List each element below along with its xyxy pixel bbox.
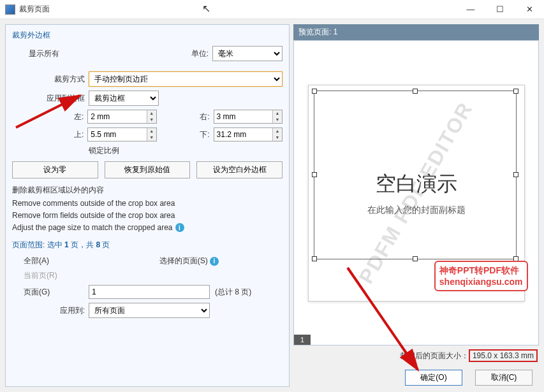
minimize-button[interactable]: — [456, 0, 485, 19]
maximize-button[interactable]: ☐ [485, 0, 515, 19]
page-total-label: (总计 8 页) [210, 287, 251, 298]
crop-outline[interactable] [314, 91, 517, 259]
handle-mr[interactable] [513, 172, 518, 177]
info-icon[interactable]: i [175, 223, 184, 232]
selected-pages-radio[interactable]: 选择的页面(S) i [159, 256, 219, 266]
crop-settings-panel: 裁剪外边框 显示所有 单位: 毫米 裁剪方式 手动控制页边距 应用到边框 裁剪边… [5, 24, 290, 387]
apply-to-label: 应用到: [12, 305, 89, 316]
app-icon [5, 4, 15, 15]
spin-up-icon[interactable]: ▲ [272, 128, 282, 134]
crop-mode-select[interactable]: 手动控制页边距 [89, 71, 283, 87]
page-thumbnail[interactable]: PDFM PDF EDITOR 空白演示 在此输入您的封面副标题 神奇PPT转P… [308, 85, 525, 301]
handle-bl[interactable] [312, 256, 317, 261]
adjust-size-check[interactable]: Adjust the page size to match the croppe… [12, 223, 283, 232]
apply-border-label: 应用到边框 [12, 93, 89, 104]
blank-border-button[interactable]: 设为空白外边框 [196, 161, 283, 178]
crop-mode-label: 裁剪方式 [12, 74, 89, 85]
cropped-size-line: 裁切后的页面大小：195.0 x 163.3 mm [293, 345, 539, 366]
remove-outside-heading: 删除裁剪框区域以外的内容 [12, 185, 283, 196]
group-title-crop: 裁剪外边框 [12, 30, 283, 41]
spin-down-icon[interactable]: ▼ [272, 134, 282, 141]
close-button[interactable]: ✕ [515, 0, 544, 19]
spin-up-icon[interactable]: ▲ [147, 128, 156, 134]
right-margin-label: 右: [157, 112, 214, 122]
cancel-button[interactable]: 取消(C) [475, 370, 533, 386]
page-indicator: 1 [294, 335, 311, 345]
spin-up-icon[interactable]: ▲ [272, 110, 282, 117]
reset-button[interactable]: 恢复到原始值 [105, 161, 191, 178]
page-input[interactable] [89, 285, 210, 299]
page-radio-label[interactable]: 页面(G) [24, 287, 63, 298]
all-pages-radio[interactable]: 全部(A) [24, 256, 159, 266]
bottom-margin-label: 下: [157, 129, 214, 140]
top-margin-label: 上: [12, 129, 87, 140]
apply-to-select[interactable]: 所有页面 [89, 303, 210, 318]
handle-bm[interactable] [413, 256, 418, 261]
lock-ratio-check[interactable]: 锁定比例 [89, 145, 119, 156]
handle-ml[interactable] [312, 172, 317, 177]
remove-fields-check[interactable]: Remove form fields outside of the crop b… [12, 211, 283, 220]
apply-border-select[interactable]: 裁剪边框 [89, 91, 159, 106]
spin-down-icon[interactable]: ▼ [147, 117, 156, 123]
preview-title: 预览页面: 1 [293, 24, 539, 40]
info-icon[interactable]: i [210, 257, 219, 266]
current-page-radio: 当前页(R) [24, 270, 57, 281]
set-zero-button[interactable]: 设为零 [12, 161, 98, 178]
spin-down-icon[interactable]: ▼ [147, 134, 156, 141]
page-range-heading: 页面范围: 选中 1 页，共 8 页 [12, 240, 283, 250]
spin-down-icon[interactable]: ▼ [272, 117, 282, 123]
cropped-size-value: 195.0 x 163.3 mm [469, 349, 538, 362]
unit-select[interactable]: 毫米 [212, 46, 283, 61]
ok-button[interactable]: 确定(O) [405, 370, 462, 386]
remove-comments-check[interactable]: Remove comments outside of the crop box … [12, 199, 283, 208]
show-all-label: 显示所有 [12, 48, 63, 59]
unit-label: 单位: [191, 48, 212, 59]
window-title: 裁剪页面 [19, 4, 456, 15]
titlebar: 裁剪页面 — ☐ ✕ [0, 0, 544, 19]
handle-tr[interactable] [513, 89, 518, 94]
handle-tm[interactable] [413, 89, 418, 94]
handle-tl[interactable] [312, 89, 317, 94]
spin-up-icon[interactable]: ▲ [147, 110, 156, 117]
left-margin-label: 左: [12, 112, 87, 122]
preview-area: PDFM PDF EDITOR 空白演示 在此输入您的封面副标题 神奇PPT转P… [293, 40, 539, 345]
brand-badge: 神奇PPT转PDF软件 shenqixiangsu.com [434, 261, 528, 291]
